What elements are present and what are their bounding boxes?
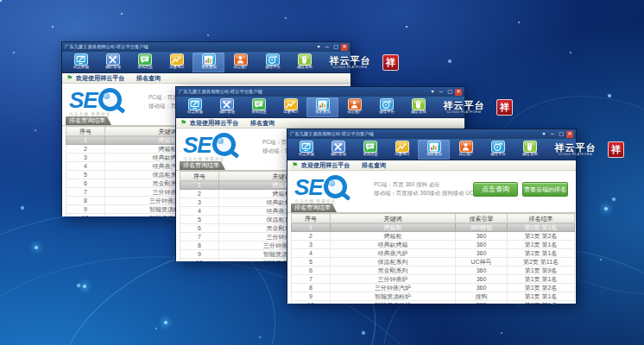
toolbar-item-site-check[interactable]: 站点检测 — [290, 140, 322, 160]
table-row[interactable]: 8三分钟蒸汽炉360第1页 第2名 — [292, 284, 575, 292]
close-button[interactable]: ✕ — [566, 131, 573, 138]
toolbar-item-site-check[interactable]: 站点检测 — [179, 97, 211, 117]
table-row[interactable]: 7三分钟蒸炉360第1页 第1名 — [292, 275, 575, 284]
cell-no: 9 — [292, 292, 331, 301]
table-row[interactable]: 4经典蒸汽炉360第1页 第1名 — [292, 249, 575, 258]
cell-rank: 第1页 第1名 — [508, 301, 575, 304]
column-header[interactable]: 序号 — [66, 127, 105, 136]
maximize-button[interactable]: ▢ — [558, 131, 565, 138]
close-button[interactable]: ✕ — [455, 89, 462, 96]
title-bar[interactable]: 广东九康王厨具有限公司-祥云平台客户端 ▾ ─ ▢ ✕ — [176, 87, 464, 97]
minimize-button[interactable]: ─ — [438, 89, 445, 96]
toolbar-item-rank-query[interactable]: 排名查询 — [306, 97, 338, 117]
network-node — [164, 321, 167, 324]
view-cloud-rank-button[interactable]: 查看云端的排名 — [522, 182, 568, 197]
toolbar-item-label: 祥云推广 — [347, 110, 363, 114]
cell-keyword: 智能煲汤粉炉 — [331, 301, 456, 304]
table-row[interactable]: 3经典款烤箱360第1页 第1名 — [292, 241, 575, 249]
toolbar-item-traffic-chart[interactable]: 流量统计 — [161, 53, 193, 72]
column-header[interactable]: 搜索引擎 — [456, 214, 508, 223]
cell-engine: 360 — [456, 301, 508, 304]
table-row[interactable]: 5保温柜系列UC神马第2页 第11名 — [292, 258, 575, 267]
cell-no: 4 — [180, 207, 219, 216]
toolbar-item-label: 资讯信息 — [363, 153, 378, 156]
minimize-button[interactable]: ─ — [324, 44, 331, 51]
table-row[interactable]: 1烤箱柜360移动第1页 第1名 — [292, 223, 575, 232]
close-button[interactable]: ✕ — [341, 44, 348, 51]
flag-icon: ⚑ — [180, 120, 186, 127]
magnifier-icon — [212, 133, 236, 156]
cell-no: 2 — [66, 145, 105, 154]
brand-subtitle: CLOUD PLATFORM — [558, 154, 592, 156]
toolbar-item-traffic-chart[interactable]: 流量统计 — [386, 140, 418, 160]
content-area: SE 点击右侧 查看排名 PC端：百度 360 搜狗 必应 移动端：百度移动 3… — [287, 171, 576, 304]
mouse-icon — [298, 53, 312, 66]
skin-icon[interactable]: ▾ — [315, 44, 322, 51]
toolbar-item-label: 站点检测 — [187, 110, 203, 114]
toolbar-item-traffic-chart[interactable]: 流量统计 — [275, 97, 306, 117]
toolbar-item-promotion-person[interactable]: 祥云推广 — [338, 97, 370, 117]
toolbar-item-label: 流量统计 — [395, 153, 410, 156]
table-row[interactable]: 9智能煲汤粉炉搜狗第1页 第1名 — [292, 292, 575, 301]
toolbar-item-chat-bubble[interactable]: 资讯信息 — [354, 140, 386, 160]
maximize-button[interactable]: ▢ — [446, 89, 453, 96]
toolbar-item-platform-compass[interactable]: 微信平台 — [370, 97, 402, 117]
toolbar-item-label: 祥云推广 — [458, 153, 474, 156]
toolbar-item-mouse[interactable]: 网址导航 — [288, 53, 320, 72]
toolbar-item-chat-bubble[interactable]: 资讯信息 — [243, 97, 275, 117]
toolbar-item-platform-compass[interactable]: 微信平台 — [482, 140, 514, 160]
main-toolbar: 站点检测网站管理资讯信息流量统计排名查询祥云推广微信平台网址导航 祥云平台 CL… — [287, 139, 576, 160]
column-header[interactable]: 序号 — [180, 172, 219, 181]
toolbar-item-site-check[interactable]: 站点检测 — [65, 53, 97, 72]
cell-no: 10 — [292, 301, 331, 304]
seo-logo: SE 点击右侧 查看排名 — [69, 88, 127, 118]
toolbar-item-label: 微信平台 — [490, 153, 506, 156]
tab-rank-results[interactable]: 排名查询结果 — [180, 161, 225, 170]
column-header[interactable]: 排名结果 — [508, 214, 575, 223]
title-bar[interactable]: 广东九康王厨具有限公司-祥云平台客户端 ▾ ─ ▢ ✕ — [62, 42, 350, 52]
toolbar-item-platform-compass[interactable]: 微信平台 — [256, 53, 288, 72]
toolbar-item-chat-bubble[interactable]: 资讯信息 — [129, 53, 161, 72]
network-node — [604, 207, 608, 210]
cell-engine: 360 — [456, 241, 508, 249]
toolbar-item-promotion-person[interactable]: 祥云推广 — [224, 53, 256, 72]
toolbar-item-rank-query[interactable]: 排名查询 — [418, 140, 450, 160]
tab-rank-results[interactable]: 排名查询结果 — [291, 204, 337, 212]
cell-engine: 搜狗 — [456, 292, 508, 301]
toolbar-item-label: 流量统计 — [169, 66, 185, 69]
cell-keyword: 烤箱柜 — [331, 232, 456, 241]
minimize-button[interactable]: ─ — [549, 131, 556, 138]
toolbar-item-site-manage[interactable]: 网站管理 — [322, 140, 354, 160]
site-manage-icon — [331, 141, 345, 153]
toolbar-item-mouse[interactable]: 网址导航 — [514, 140, 546, 160]
table-row[interactable]: 6黑金刚系列360第1页 第9名 — [292, 267, 575, 275]
table-row[interactable]: 2烤箱柜360第1页 第2名 — [292, 232, 575, 241]
cell-no: 4 — [66, 162, 105, 171]
toolbar-item-label: 资讯信息 — [137, 66, 153, 69]
app-window[interactable]: 广东九康王厨具有限公司-祥云平台客户端 ▾ ─ ▢ ✕ 站点检测网站管理资讯信息… — [287, 129, 577, 303]
table-row[interactable]: 10智能煲汤粉炉360第1页 第1名 — [292, 301, 575, 304]
pc-engines-line: PC端：百度 360 搜狗 必应 — [374, 180, 484, 189]
skin-icon[interactable]: ▾ — [540, 131, 547, 138]
maximize-button[interactable]: ▢ — [332, 44, 339, 51]
seo-logo: SE 点击右侧 查看排名 — [183, 133, 241, 163]
toolbar-item-rank-query[interactable]: 排名查询 — [193, 53, 224, 72]
toolbar-item-label: 微信平台 — [265, 66, 281, 69]
skin-icon[interactable]: ▾ — [429, 89, 436, 96]
toolbar-item-mouse[interactable]: 网址导航 — [402, 97, 434, 117]
tab-rank-results[interactable]: 排名查询结果 — [66, 116, 111, 125]
toolbar-item-site-manage[interactable]: 网站管理 — [211, 97, 243, 117]
toolbar-item-promotion-person[interactable]: 祥云推广 — [450, 140, 482, 160]
column-header[interactable]: 序号 — [292, 214, 331, 223]
query-button[interactable]: 点击查询 — [473, 182, 518, 197]
toolbar-item-label: 站点检测 — [73, 66, 89, 69]
title-bar[interactable]: 广东九康王厨具有限公司-祥云平台客户端 ▾ ─ ▢ ✕ — [287, 129, 576, 139]
cell-engine: 360 — [456, 232, 508, 241]
toolbar-item-site-manage[interactable]: 网站管理 — [97, 53, 129, 72]
network-node — [35, 246, 38, 249]
toolbar-item-label: 资讯信息 — [251, 110, 267, 114]
cell-rank: 第1页 第2名 — [508, 232, 575, 241]
toolbar-item-label: 网站管理 — [219, 110, 235, 114]
magnifier-icon — [324, 175, 347, 198]
column-header[interactable]: 关键词 — [331, 214, 456, 223]
